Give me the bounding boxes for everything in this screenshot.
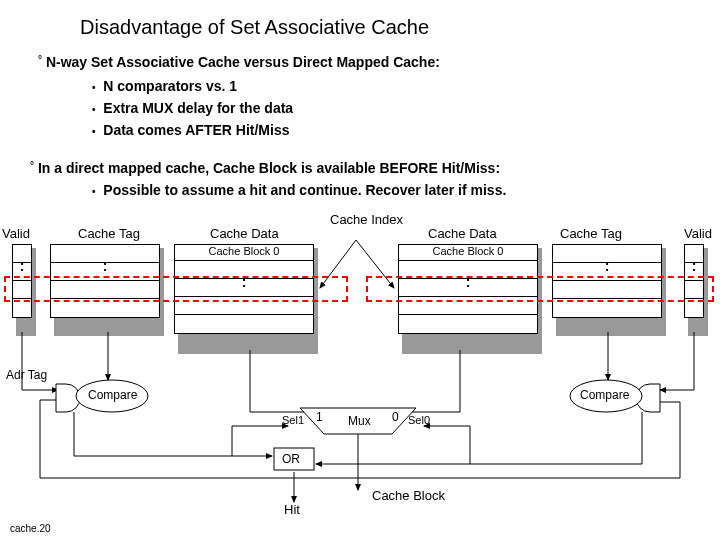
bullet-sub-2: • Extra MUX delay for the data bbox=[92, 100, 293, 116]
bullet-main-2: ° In a direct mapped cache, Cache Block … bbox=[30, 160, 500, 176]
label-compare-left: Compare bbox=[88, 388, 137, 402]
bullet-sub-3: • Data comes AFTER Hit/Miss bbox=[92, 122, 290, 138]
label-hit: Hit bbox=[284, 502, 300, 517]
wiring-svg bbox=[0, 220, 720, 540]
svg-line-0 bbox=[320, 240, 356, 288]
label-sel1: Sel1 bbox=[282, 414, 304, 426]
bullet-sub-1: • N comparators vs. 1 bbox=[92, 78, 237, 94]
label-cache-block-out: Cache Block bbox=[372, 488, 445, 503]
footer-note: cache.20 bbox=[10, 523, 51, 534]
label-one: 1 bbox=[316, 410, 323, 424]
page-title: Disadvantage of Set Associative Cache bbox=[80, 16, 429, 39]
svg-line-1 bbox=[356, 240, 394, 288]
label-sel0: Sel0 bbox=[408, 414, 430, 426]
bullet-main-1: ° N-way Set Associative Cache versus Dir… bbox=[38, 54, 440, 70]
label-or: OR bbox=[282, 452, 300, 466]
label-zero: 0 bbox=[392, 410, 399, 424]
label-compare-right: Compare bbox=[580, 388, 629, 402]
bullet-main-2b: • Possible to assume a hit and continue.… bbox=[92, 182, 506, 198]
label-mux: Mux bbox=[348, 414, 371, 428]
cache-diagram: Valid Cache Tag Cache Data Cache Index C… bbox=[0, 220, 720, 540]
label-adr-tag: Adr Tag bbox=[6, 368, 47, 382]
